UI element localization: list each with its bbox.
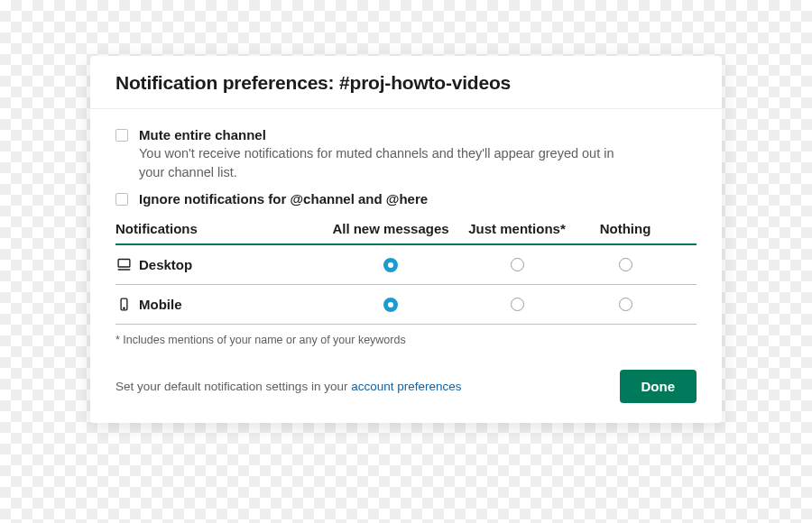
mentions-footnote: * Includes mentions of your name or any … <box>115 334 697 346</box>
table-header-mentions: Just mentions* <box>458 221 576 236</box>
modal-header: Notification preferences: #proj-howto-vi… <box>90 56 722 109</box>
row-label-mobile: Mobile <box>139 297 182 312</box>
mute-channel-row: Mute entire channel You won't receive no… <box>115 127 697 182</box>
modal-body: Mute entire channel You won't receive no… <box>90 109 722 423</box>
svg-point-3 <box>123 307 124 308</box>
desktop-radio-nothing[interactable] <box>619 258 632 271</box>
ignore-at-channel-checkbox[interactable] <box>115 193 128 206</box>
mute-channel-description: You won't receive notifications for mute… <box>139 144 626 182</box>
done-button[interactable]: Done <box>620 370 697 403</box>
ignore-at-channel-row: Ignore notifications for @channel and @h… <box>115 191 697 206</box>
table-header-label: Notifications <box>115 221 323 236</box>
mobile-radio-mentions[interactable] <box>511 298 524 311</box>
mobile-icon <box>115 297 132 313</box>
footer-text: Set your default notification settings i… <box>115 380 461 393</box>
desktop-icon <box>115 257 132 273</box>
mobile-radio-all-new[interactable] <box>383 298 398 312</box>
desktop-radio-mentions[interactable] <box>511 258 524 271</box>
table-header: Notifications All new messages Just ment… <box>115 221 697 245</box>
ignore-at-channel-label: Ignore notifications for @channel and @h… <box>139 191 697 206</box>
mute-channel-checkbox[interactable] <box>115 129 128 142</box>
mute-channel-label: Mute entire channel <box>139 127 697 142</box>
table-header-nothing: Nothing <box>576 221 675 236</box>
svg-rect-0 <box>118 260 130 268</box>
notifications-table: Notifications All new messages Just ment… <box>115 221 697 325</box>
modal-footer: Set your default notification settings i… <box>115 370 697 403</box>
row-label-desktop: Desktop <box>139 257 192 272</box>
table-row-desktop: Desktop <box>115 245 697 285</box>
table-header-all-new: All new messages <box>323 221 458 236</box>
modal-title: Notification preferences: #proj-howto-vi… <box>115 72 697 94</box>
account-preferences-link[interactable]: account preferences <box>351 380 461 393</box>
notification-preferences-modal: Notification preferences: #proj-howto-vi… <box>90 56 722 423</box>
desktop-radio-all-new[interactable] <box>383 258 398 272</box>
mobile-radio-nothing[interactable] <box>619 298 632 311</box>
table-row-mobile: Mobile <box>115 285 697 325</box>
